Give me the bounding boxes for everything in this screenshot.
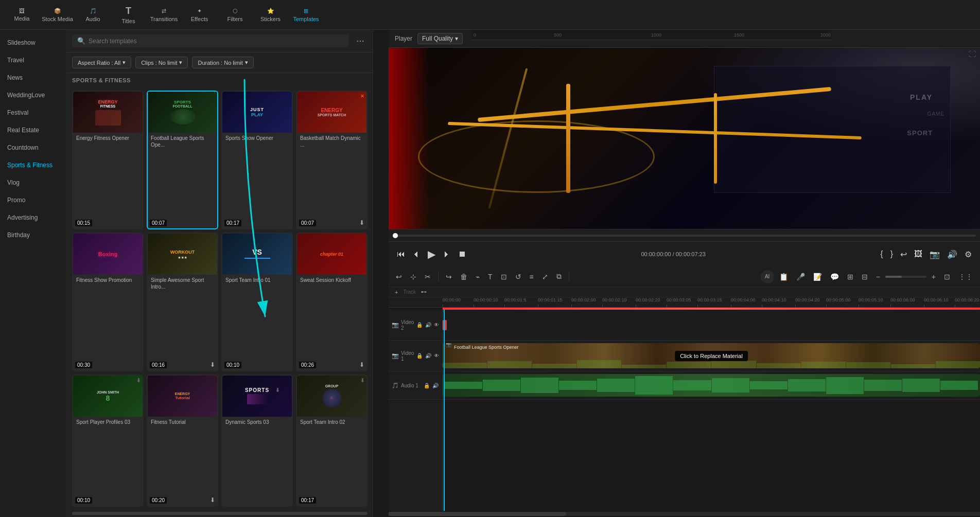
effects-icon: ✦ [197,8,202,14]
toolbar-transitions[interactable]: ⇄ Transitions [147,2,181,28]
redo-button[interactable]: ↪ [443,271,455,283]
toolbar-media[interactable]: 🖼 Media [5,2,39,28]
motion-tool[interactable]: ⤢ [539,271,551,283]
track-label-video2: 📷 Video 2 🔒 🔊 👁 [389,310,442,341]
template-card-sport-intro[interactable]: WORKOUT ■ ■ ■ 00:16 ⬇ Simple Awesome Spo… [147,233,218,371]
sidebar-item-vlog[interactable]: Vlog [0,174,66,191]
step-back-button[interactable]: ⏴ [410,247,423,261]
select-tool[interactable]: ⊹ [407,271,419,283]
mosaic-button[interactable]: ⊞ [844,271,856,283]
template-card-fitness-promo[interactable]: Boxing 00:30 Fitness Show Promotion [72,233,144,371]
template-card-energy-fitness[interactable]: ENERGY FITNESS 00:15 Energy Fitness Open… [72,91,144,229]
search-more-button[interactable]: ⋯ [353,34,367,48]
template-card-sweat-session[interactable]: chapter 01 00:26 ⬇ Sweat Session Kickoff [296,233,367,371]
narration-button[interactable]: 📝 [810,271,825,283]
settings-button[interactable]: ⚙ [962,247,974,261]
search-box[interactable]: 🔍 [72,34,349,47]
toolbar-titles[interactable]: T Titles [112,2,145,28]
ai-button[interactable]: AI [761,270,774,283]
undo-button[interactable]: ↩ [898,247,909,261]
video-clip-main[interactable]: 📷 Football League Sports Opener [443,343,980,368]
chevron-down-icon: ▾ [245,59,248,66]
sidebar-item-promo[interactable]: Promo [0,191,66,209]
screenshot-button[interactable]: 🖼 [912,247,924,261]
sidebar-item-sports-fitness[interactable]: Sports & Fitness [0,156,66,174]
crop-tool[interactable]: ⊡ [498,271,510,283]
frame-button[interactable]: ⊟ [859,271,871,283]
template-card-dynamic-sports[interactable]: SPORTS ⬇ Dynamic Sports 03 [221,375,293,507]
fullscreen-icon[interactable]: ⛶ [969,50,976,58]
quality-selector[interactable]: Full Quality ▾ [417,33,463,44]
play-button[interactable]: ▶ [426,246,437,262]
toolbar-stickers[interactable]: ⭐ Stickers [254,2,287,28]
template-card-sports-show[interactable]: JUST PLAY 00:17 Sports Show Opener [221,91,293,229]
sidebar-item-countdown[interactable]: Countdown [0,139,66,156]
adjust-tool[interactable]: ≡ [527,271,537,283]
out-point-button[interactable]: } [888,247,895,261]
toolbar-stock-media[interactable]: 📦 Stock Media [41,2,74,28]
stop-button[interactable]: ⏹ [456,247,468,261]
text-tool[interactable]: T [485,271,496,283]
clip-icon[interactable]: 📋 [776,271,791,283]
template-card-football-league[interactable]: SPORTS FOOTBALL 00:07 Football League Sp… [147,91,218,229]
sidebar-item-travel[interactable]: Travel [0,51,66,69]
mic-button[interactable]: 🎤 [793,271,808,283]
go-to-start-button[interactable]: ⏮ [395,247,407,261]
template-card-team-intro-02[interactable]: GROUP A ⬇ 00:17 Sport Team Intro 02 [296,375,367,507]
toolbar-audio[interactable]: 🎵 Audio [76,2,110,28]
sidebar-item-real-estate[interactable]: Real Estate [0,121,66,139]
add-track-button[interactable]: + [393,289,400,296]
sidebar-item-birthday[interactable]: Birthday [0,226,66,244]
snap-button[interactable]: ⊷ [419,288,429,296]
aspect-ratio-filter[interactable]: Aspect Ratio : All ▾ [72,57,131,68]
copy-tool[interactable]: ⧉ [553,270,565,283]
clips-filter[interactable]: Clips : No limit ▾ [135,57,188,68]
player-viewport: PLAY GAME SPORT ⛶ [389,48,980,229]
playhead[interactable] [444,310,445,511]
audio1-mute-button[interactable]: 🔊 [432,382,439,389]
template-card-team-intro-01[interactable]: VS 00:10 Sport Team Intro 01 [221,233,293,371]
volume-button[interactable]: 🔊 [945,247,959,261]
toolbar-filters[interactable]: ⬡ Filters [218,2,252,28]
sidebar-item-slideshow[interactable]: Slideshow [0,34,66,51]
timeline-scrollbar[interactable] [389,512,980,516]
audio-clip[interactable] [443,374,980,397]
in-point-button[interactable]: { [878,247,885,261]
video2-visible-button[interactable]: 👁 [433,322,440,328]
sidebar-item-festival[interactable]: Festival [0,104,66,121]
template-card-fitness-tutorial[interactable]: ENERGY Tutorial 00:20 ⬇ Fitness Tutorial [147,375,218,507]
video1-lock-button[interactable]: 🔒 [416,352,423,359]
grid-menu[interactable]: ⋮⋮ [955,271,976,283]
subtitle-button[interactable]: 💬 [827,271,842,283]
template-card-player-profiles[interactable]: JOHN SMITH 8 ⬇ 00:10 Sport Player Profil… [72,375,144,507]
toolbar-templates[interactable]: ⊞ Templates [289,2,323,28]
search-input[interactable] [89,38,344,45]
video2-lock-button[interactable]: 🔒 [416,322,423,328]
delete-button[interactable]: 🗑 [457,271,470,283]
zoom-out-button[interactable]: − [873,271,883,283]
video1-visible-button[interactable]: 👁 [433,352,440,359]
undo-toolbar-button[interactable]: ↩ [393,271,405,283]
fit-button[interactable]: ⊡ [941,271,953,283]
duration-filter[interactable]: Duration : No limit ▾ [192,57,253,68]
sidebar-item-advertising[interactable]: Advertising [0,209,66,226]
camera-icon[interactable]: 📷 [927,247,942,261]
step-forward-button[interactable]: ⏵ [441,247,453,261]
template-card-basketball[interactable]: ENERGY SPORTS MATCH ✕ 00:07 ⬇ Basketball… [296,91,367,229]
progress-track[interactable] [393,235,976,237]
audio1-lock-button[interactable]: 🔒 [423,382,430,389]
zoom-slider[interactable] [885,276,926,278]
transitions-icon: ⇄ [162,8,166,14]
template-duration: 00:15 [75,220,92,226]
video2-mute-button[interactable]: 🔊 [425,322,432,328]
toolbar-effects[interactable]: ✦ Effects [183,2,216,28]
panel-scrollbar[interactable] [72,512,367,515]
razor-tool[interactable]: ✂ [422,271,434,283]
split-button[interactable]: ⌁ [472,271,483,283]
sidebar-item-news[interactable]: News [0,69,66,86]
rotate-tool[interactable]: ↺ [512,271,524,283]
video1-mute-button[interactable]: 🔊 [425,352,432,359]
template-name: Football League Sports Ope... [148,133,217,151]
sidebar-item-weddinglove[interactable]: WeddingLove [0,86,66,104]
zoom-in-button[interactable]: + [929,271,939,283]
